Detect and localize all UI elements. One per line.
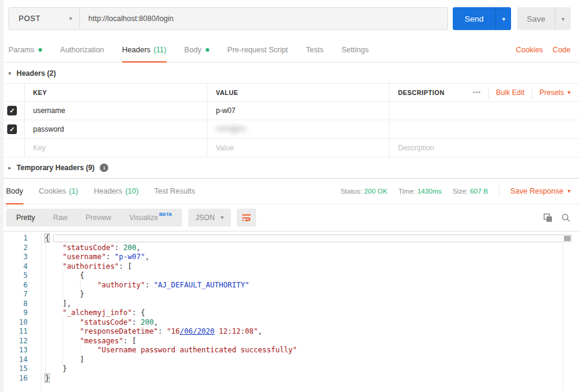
line-number: 7	[0, 290, 28, 299]
code-text: "messages": [	[28, 337, 136, 346]
search-icon	[561, 213, 571, 222]
more-options-icon[interactable]: •••	[473, 89, 481, 96]
response-body-editor[interactable]: 1{2 "statusCode": 200,3 "username": "p-w…	[0, 231, 579, 392]
header-description-cell[interactable]	[390, 102, 579, 120]
request-tab-settings[interactable]: Settings	[342, 37, 369, 62]
code-text: ]	[28, 355, 84, 365]
horizontal-scrollbar[interactable]	[53, 234, 572, 242]
format-select[interactable]: JSON ▾	[188, 209, 231, 227]
header-key-cell[interactable]: username	[25, 102, 207, 120]
line-number: 16	[0, 374, 28, 384]
line-number: 6	[0, 281, 28, 290]
info-icon[interactable]: i	[100, 164, 108, 172]
bulk-edit-link[interactable]: Bulk Edit	[496, 88, 524, 97]
redacted-value: ••••••@•••	[216, 125, 246, 133]
scrollbar-thumb[interactable]	[564, 236, 571, 241]
code-line: 16}	[0, 374, 579, 384]
headers-table-rows: ✓usernamep-w07✓password••••••@•••KeyValu…	[0, 102, 579, 158]
code-text: "responseDatetime": "16/06/2020 12:12:08…	[28, 327, 262, 337]
presets-dropdown[interactable]: Presets▾	[539, 88, 571, 97]
value-input-cell[interactable]: Value	[207, 139, 390, 157]
request-tab-params[interactable]: Params	[8, 37, 42, 62]
response-tab-headers[interactable]: Headers(10)	[94, 179, 138, 204]
tab-label: Cookies	[39, 187, 66, 195]
view-tab-pretty[interactable]: Pretty	[7, 209, 44, 227]
chevron-down-icon: ▾	[502, 16, 505, 22]
window-edge	[0, 0, 4, 392]
header-description-cell[interactable]	[390, 120, 579, 138]
checkbox[interactable]: ✓	[7, 106, 17, 115]
code-text: "statusCode": 200,	[28, 243, 141, 253]
green-dot-icon	[38, 48, 42, 52]
response-status-group: Status: 200 OK Time: 1430ms Size: 607 B …	[340, 185, 571, 197]
code-line: 6 "authority": "AJ_DEFAULT_AUTHORITY"	[0, 281, 579, 290]
response-tab-test-results[interactable]: Test Results	[154, 179, 195, 204]
tab-count: (10)	[125, 187, 138, 195]
headers-table-header-row: KEY VALUE DESCRIPTION ••• Bulk Edit Pres…	[0, 84, 579, 102]
line-number: 4	[0, 262, 28, 272]
code-text: }	[28, 364, 67, 374]
description-input-cell[interactable]: Description	[390, 139, 579, 157]
line-number: 14	[0, 355, 28, 365]
chevron-down-icon: ▾	[562, 16, 565, 22]
response-toolbar-icons	[543, 213, 571, 222]
view-tab-label: Pretty	[16, 209, 35, 227]
save-options-button[interactable]: ▾	[555, 7, 571, 30]
tab-label: Headers	[122, 46, 150, 54]
request-tab-body[interactable]: Body	[185, 37, 210, 62]
line-number: 11	[0, 327, 28, 337]
header-key-cell[interactable]: password	[25, 120, 207, 138]
save-button[interactable]: Save	[517, 7, 555, 30]
send-button[interactable]: Send	[453, 7, 496, 30]
line-number: 15	[0, 364, 28, 374]
response-tab-cookies[interactable]: Cookies(1)	[39, 179, 78, 204]
request-tab-pre-request-script[interactable]: Pre-request Script	[227, 37, 288, 62]
checkbox-cell: ✓	[0, 102, 25, 120]
key-input-cell[interactable]: Key	[25, 139, 207, 157]
line-number: 8	[0, 299, 28, 309]
header-value-cell[interactable]: ••••••@•••	[207, 120, 390, 138]
code-text: "Username password authenticated success…	[28, 346, 297, 355]
beta-badge: BETA	[159, 209, 172, 221]
header-placeholder-row: KeyValueDescription	[0, 139, 579, 158]
view-tab-preview[interactable]: Preview	[76, 209, 120, 227]
copy-icon	[543, 213, 553, 222]
header-value-cell[interactable]: p-w07	[207, 102, 390, 120]
search-button[interactable]	[561, 213, 571, 222]
code-text: ],	[28, 299, 71, 309]
wrap-text-button[interactable]	[237, 209, 256, 227]
wrap-text-icon	[241, 213, 252, 222]
tab-label: Params	[8, 46, 34, 54]
checkbox[interactable]: ✓	[7, 124, 17, 134]
tab-count: (11)	[153, 46, 166, 54]
code-lines: 1{2 "statusCode": 200,3 "username": "p-w…	[0, 234, 579, 383]
line-number: 1	[0, 234, 28, 243]
view-tab-raw[interactable]: Raw	[44, 209, 76, 227]
response-tab-body[interactable]: Body	[6, 179, 23, 204]
temporary-headers-row[interactable]: ▸ Temporary Headers (9) i	[0, 158, 579, 178]
request-tab-authorization[interactable]: Authorization	[60, 37, 104, 62]
tab-label: Body	[185, 46, 202, 54]
value-placeholder: Value	[216, 144, 234, 152]
format-label: JSON	[195, 213, 215, 222]
divider	[499, 185, 500, 197]
view-tab-visualize[interactable]: VisualizeBETA	[120, 209, 181, 227]
code-link[interactable]: Code	[553, 46, 571, 54]
response-bar: BodyCookies(1)Headers(10)Test Results St…	[0, 178, 579, 204]
method-select[interactable]: POST ▾	[9, 8, 80, 29]
send-options-button[interactable]: ▾	[495, 7, 511, 30]
tab-label: Test Results	[154, 187, 195, 195]
copy-button[interactable]	[543, 213, 553, 222]
save-response-dropdown[interactable]: Save Response▾	[510, 187, 571, 195]
cookies-link[interactable]: Cookies	[516, 46, 543, 54]
tab-label: Authorization	[60, 46, 104, 54]
save-split-button: Save ▾	[517, 7, 571, 30]
request-tab-tests[interactable]: Tests	[306, 37, 323, 62]
code-line: 5 {	[0, 271, 579, 281]
code-text: "username": "p-w07",	[28, 253, 149, 262]
tab-label: Body	[6, 187, 23, 195]
code-text: "authority": "AJ_DEFAULT_AUTHORITY"	[28, 281, 250, 290]
headers-section-header[interactable]: ▾ Headers (2)	[0, 64, 579, 83]
request-tab-headers[interactable]: Headers(11)	[122, 37, 167, 62]
url-input[interactable]	[80, 8, 447, 29]
